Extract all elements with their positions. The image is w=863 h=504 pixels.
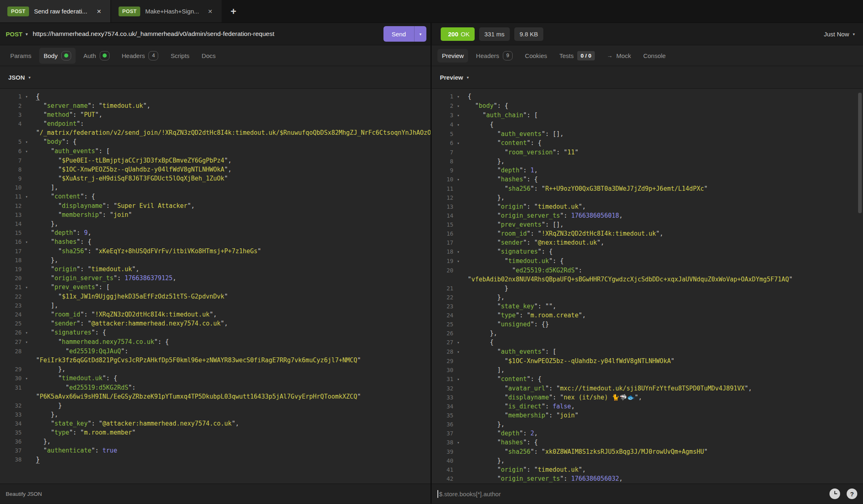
- code-line[interactable]: 13 "membership": "join": [0, 210, 430, 219]
- code-line[interactable]: 16▾ "hashes": {: [0, 237, 430, 247]
- filter-help-button[interactable]: ?: [847, 488, 857, 499]
- code-line[interactable]: 17 "sha256": "xKeEqYz+8hUSQdFVrFv/itbiVK…: [0, 247, 430, 256]
- fold-arrow-icon[interactable]: ▾: [457, 375, 465, 384]
- code-line[interactable]: 32 "avatar_url": "mxc://timedout.uk/sji8…: [432, 384, 863, 393]
- code-line[interactable]: 7 "$Pue0EI--tLBmjptjaCCrj3D3fxBpCBmveZY6…: [0, 156, 430, 165]
- code-line[interactable]: 35 "membership": "join": [432, 411, 863, 420]
- close-icon[interactable]: ✕: [206, 7, 214, 16]
- code-line[interactable]: 8 },: [432, 157, 863, 166]
- code-line[interactable]: 3▾ "auth_chain": [: [432, 111, 863, 120]
- code-line[interactable]: 28▾ "auth_events": [: [432, 347, 863, 357]
- code-line[interactable]: 12 },: [432, 193, 863, 202]
- method-select[interactable]: POST ▾: [6, 31, 28, 38]
- fold-arrow-icon[interactable]: ▾: [457, 92, 465, 101]
- fold-arrow-icon[interactable]: ▾: [457, 101, 465, 111]
- code-line[interactable]: 6▾ "content": {: [432, 138, 863, 148]
- code-line[interactable]: 1▾{: [0, 92, 430, 101]
- code-line[interactable]: 29 "$1OC-XnwPEOZ5bz--qUahdbz-y04lfWdV8gN…: [432, 357, 863, 366]
- fold-arrow-icon[interactable]: ▾: [457, 347, 465, 357]
- tab-cookies[interactable]: Cookies: [520, 49, 551, 62]
- fold-arrow-icon[interactable]: ▾: [457, 138, 465, 148]
- filter-history-button[interactable]: [829, 488, 840, 499]
- tab-auth[interactable]: Auth: [79, 48, 114, 64]
- code-line[interactable]: 30▾ "timedout.uk": {: [0, 374, 430, 383]
- code-line[interactable]: 12 "displayname": "Super Evil Attacker",: [0, 201, 430, 210]
- code-line[interactable]: 19 "origin": "timedout.uk",: [0, 265, 430, 274]
- send-options-button[interactable]: ▾: [415, 26, 426, 42]
- code-line[interactable]: 27▾ {: [432, 338, 863, 347]
- fold-arrow-icon[interactable]: ▾: [25, 92, 34, 101]
- code-line[interactable]: 10 ],: [0, 183, 430, 192]
- tab-params[interactable]: Params: [6, 49, 36, 62]
- tab-mock[interactable]: → Mock: [603, 49, 636, 62]
- code-line[interactable]: 4 "endpoint": "/_matrix/federation/v2/se…: [0, 119, 430, 137]
- code-line[interactable]: 15 "depth": 9,: [0, 228, 430, 237]
- url-input[interactable]: https://hammerhead.nexy7574.co.uk/_hamme…: [33, 30, 379, 38]
- fold-arrow-icon[interactable]: ▾: [25, 337, 34, 347]
- response-history-select[interactable]: Just Now ▾: [824, 31, 855, 38]
- code-line[interactable]: 23 "state_key": "",: [432, 302, 863, 311]
- code-line[interactable]: 2▾ "body": {: [432, 101, 863, 111]
- code-line[interactable]: 32 }: [0, 401, 430, 410]
- tab-headers[interactable]: Headers 4: [117, 48, 163, 64]
- code-line[interactable]: 18▾ "signatures": {: [432, 247, 863, 256]
- code-line[interactable]: 37 "authenticate": true: [0, 446, 430, 455]
- request-tab-send-raw-federation[interactable]: POST Send raw federati... ✕: [0, 0, 110, 22]
- code-line[interactable]: 26 },: [432, 329, 863, 338]
- code-line[interactable]: 13 "origin": "timedout.uk",: [432, 202, 863, 211]
- code-line[interactable]: 15 "prev_events": [],: [432, 220, 863, 229]
- fold-arrow-icon[interactable]: ▾: [25, 237, 34, 247]
- request-tab-make-hash-sign[interactable]: POST Make+Hash+Sign... ✕: [111, 0, 222, 22]
- body-format-select[interactable]: JSON ▾: [0, 66, 430, 89]
- code-line[interactable]: 5▾ "body": {: [0, 137, 430, 147]
- fold-arrow-icon[interactable]: ▾: [25, 328, 34, 337]
- code-line[interactable]: 40 },: [432, 456, 863, 465]
- code-line[interactable]: 2 "server_name": "timedout.uk",: [0, 101, 430, 110]
- code-line[interactable]: 23 ],: [0, 301, 430, 310]
- code-line[interactable]: 36 },: [432, 420, 863, 429]
- code-line[interactable]: 38}: [0, 455, 430, 464]
- beautify-json-button[interactable]: Beautify JSON: [6, 491, 42, 497]
- code-line[interactable]: 14 "origin_server_ts": 1766386056018,: [432, 211, 863, 220]
- code-line[interactable]: 42 "origin_server_ts": 1766386056032,: [432, 474, 863, 483]
- code-line[interactable]: 34 "state_key": "@attacker:hammerhead.ne…: [0, 419, 430, 428]
- fold-arrow-icon[interactable]: ▾: [457, 175, 465, 184]
- code-line[interactable]: 3 "method": "PUT",: [0, 110, 430, 119]
- code-line[interactable]: 36 },: [0, 437, 430, 446]
- code-line[interactable]: 28 "ed25519:QqJAuQ": "FeiIrk3fz6qGGtDd82…: [0, 347, 430, 365]
- code-line[interactable]: 22 "$11x_JW1n9UjggjhekD35aEfFzOdz51tTS-G…: [0, 292, 430, 301]
- code-line[interactable]: 24 "room_id": "!XRqZN3zQD2dtHc8I4k:timed…: [0, 310, 430, 319]
- response-body-viewer[interactable]: 1▾{2▾ "body": {3▾ "auth_chain": [4▾ {5 "…: [432, 89, 863, 484]
- response-filter-input[interactable]: $.store.books[*].author: [439, 491, 823, 497]
- tab-docs[interactable]: Docs: [197, 49, 220, 62]
- tab-tests[interactable]: Tests 0 / 0: [555, 48, 599, 64]
- fold-arrow-icon[interactable]: ▾: [25, 374, 34, 383]
- code-line[interactable]: 33 },: [0, 410, 430, 419]
- code-line[interactable]: 39 "sha256": "xk0Z8WAIM8S1zksRJU5xBqg3J/…: [432, 447, 863, 456]
- code-line[interactable]: 11 "sha256": "R++U9ozYO0QxG3BT0a3DWeJ7jZ…: [432, 184, 863, 193]
- code-line[interactable]: 31▾ "content": {: [432, 375, 863, 384]
- tab-console[interactable]: Console: [639, 49, 670, 62]
- code-line[interactable]: 11▾ "content": {: [0, 192, 430, 201]
- code-line[interactable]: 18 },: [0, 256, 430, 265]
- tab-body[interactable]: Body: [39, 48, 76, 64]
- new-tab-button[interactable]: +: [222, 0, 244, 22]
- scrollbar-thumb[interactable]: [858, 93, 862, 213]
- code-line[interactable]: 24 "type": "m.room.create",: [432, 311, 863, 320]
- code-line[interactable]: 37 "depth": 2,: [432, 429, 863, 438]
- fold-arrow-icon[interactable]: ▾: [457, 256, 465, 266]
- request-body-editor[interactable]: 1▾{2 "server_name": "timedout.uk",3 "met…: [0, 89, 430, 484]
- code-line[interactable]: 29 },: [0, 365, 430, 374]
- code-line[interactable]: 1▾{: [432, 92, 863, 101]
- response-view-select[interactable]: Preview ▾: [432, 66, 863, 89]
- fold-arrow-icon[interactable]: ▾: [457, 111, 465, 120]
- code-line[interactable]: 20 "ed25519:d5KG2RdS": "vfebAdib02nx8NUV…: [432, 266, 863, 284]
- code-line[interactable]: 21 }: [432, 284, 863, 293]
- fold-arrow-icon[interactable]: ▾: [25, 192, 34, 201]
- code-line[interactable]: 26▾ "signatures": {: [0, 328, 430, 337]
- code-line[interactable]: 16 "room_id": "!XRqZN3zQD2dtHc8I4k:timed…: [432, 229, 863, 238]
- fold-arrow-icon[interactable]: ▾: [25, 147, 34, 156]
- code-line[interactable]: 30 ],: [432, 366, 863, 375]
- code-line[interactable]: 9 "$XuAstr_j-eH9diSqF8J6T3FGDUct5lOqXjBe…: [0, 174, 430, 183]
- code-line[interactable]: 5 "auth_events": [],: [432, 129, 863, 138]
